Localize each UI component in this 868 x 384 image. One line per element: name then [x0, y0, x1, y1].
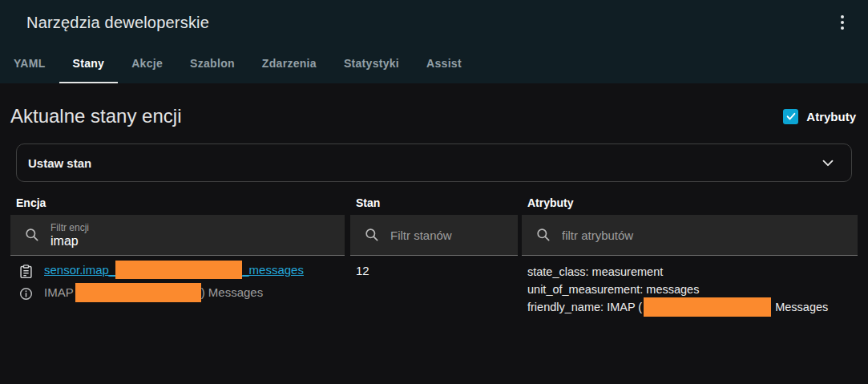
entity-id-line: sensor.imap__messages	[18, 263, 345, 279]
entity-filter-input[interactable]	[50, 234, 345, 249]
column-header-state: Stan	[350, 196, 518, 215]
entity-id-suffix: _messages	[242, 263, 304, 277]
state-filter-field[interactable]	[350, 215, 518, 256]
clipboard-copy-icon[interactable]	[18, 264, 34, 279]
redaction-block	[644, 297, 771, 317]
tab-assist[interactable]: Assist	[413, 45, 475, 83]
entity-states-table: Encja Stan Atrybuty Filtr encji	[10, 196, 858, 317]
entity-filter-field[interactable]: Filtr encji	[10, 215, 345, 256]
search-icon	[24, 227, 40, 243]
heading-row: Aktualne stany encji Atrybuty	[0, 83, 868, 128]
state-filter-input[interactable]	[390, 228, 518, 242]
tab-szablon[interactable]: Szablon	[176, 45, 248, 83]
section-heading: Aktualne stany encji	[10, 104, 783, 128]
tab-akcje[interactable]: Akcje	[118, 45, 176, 83]
column-header-entity: Encja	[10, 196, 345, 215]
attribute-line-friendly-name: friendly_name: IMAP (Messages	[527, 298, 858, 317]
friendly-prefix: IMAP	[44, 286, 74, 300]
filter-row: Filtr encji	[10, 215, 858, 256]
table-header-row: Encja Stan Atrybuty	[10, 196, 858, 215]
search-icon	[364, 227, 380, 243]
tab-yaml[interactable]: YAML	[0, 45, 59, 83]
attributes-filter-field[interactable]	[522, 215, 858, 256]
state-cell: 12	[350, 263, 518, 317]
entity-filter-stack: Filtr encji	[50, 222, 345, 249]
set-state-panel[interactable]: Ustaw stan	[16, 143, 852, 182]
tab-statystyki[interactable]: Statystyki	[330, 45, 413, 83]
friendly-suffix: ) Messages	[201, 286, 264, 300]
dot	[841, 26, 844, 30]
app-header: Narzędzia deweloperskie	[0, 0, 868, 45]
chevron-down-icon[interactable]	[819, 154, 837, 172]
tab-bar: YAML Stany Akcje Szablon Zdarzenia Staty…	[0, 45, 868, 83]
dot	[841, 21, 844, 24]
overflow-menu-icon[interactable]	[833, 13, 852, 32]
attributes-cell: state_class: measurement unit_of_measure…	[522, 263, 858, 317]
redaction-block	[75, 283, 201, 302]
dot	[841, 15, 844, 18]
entity-friendly-name: IMAP) Messages	[44, 285, 263, 302]
attribute-line-state-class: state_class: measurement	[527, 263, 858, 281]
entity-name-line: IMAP) Messages	[18, 285, 345, 302]
entity-filter-label: Filtr encji	[50, 222, 345, 233]
page-title: Narzędzia deweloperskie	[26, 14, 833, 32]
checkmark-icon	[785, 111, 797, 122]
attributes-toggle[interactable]: Atrybuty	[783, 109, 856, 124]
attributes-checkbox-label[interactable]: Atrybuty	[806, 110, 856, 123]
table-row: sensor.imap__messages IMAP) Messages 12 …	[10, 263, 858, 317]
attribute-line-unit: unit_of_measurement: messages	[527, 281, 858, 298]
column-header-attributes: Atrybuty	[522, 196, 858, 215]
attr-line3-suffix: Messages	[775, 301, 828, 313]
tab-zdarzenia[interactable]: Zdarzenia	[248, 45, 330, 83]
entity-cell: sensor.imap__messages IMAP) Messages	[10, 263, 345, 317]
main-content: Aktualne stany encji Atrybuty Ustaw stan…	[0, 83, 868, 317]
search-icon	[535, 227, 551, 243]
info-icon[interactable]	[18, 286, 34, 301]
redaction-block	[115, 261, 242, 279]
attr-line3-prefix: friendly_name: IMAP (	[527, 301, 642, 313]
entity-id-prefix: sensor.imap_	[44, 263, 115, 277]
entity-id-link[interactable]: sensor.imap__messages	[44, 263, 304, 279]
attributes-checkbox[interactable]	[783, 109, 798, 124]
tab-stany[interactable]: Stany	[59, 45, 119, 83]
attributes-filter-input[interactable]	[562, 228, 858, 242]
set-state-label: Ustaw stan	[28, 156, 819, 170]
